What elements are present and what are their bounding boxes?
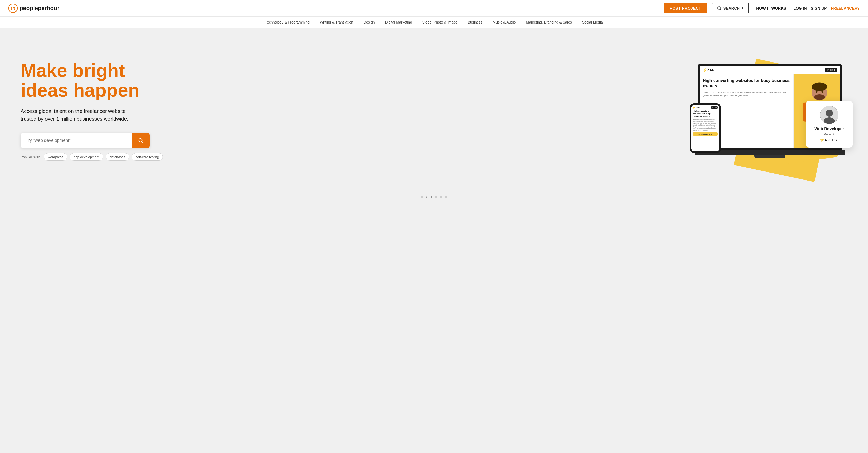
- search-input[interactable]: [21, 133, 132, 148]
- signup-button[interactable]: SIGN UP: [811, 6, 827, 10]
- popular-skills: Popular skills: wordpress php developmen…: [21, 153, 165, 161]
- laptop-desc: manage and optimise websites for busy bu…: [703, 91, 790, 97]
- phone-pricing: Pricing: [711, 107, 718, 109]
- phone-desc: We create, update, host, manage and opti…: [693, 119, 718, 131]
- skill-databases[interactable]: databases: [106, 153, 129, 161]
- avatar-image: [820, 106, 838, 124]
- laptop-pricing: Pricing: [825, 68, 837, 72]
- login-button[interactable]: LOG IN: [794, 6, 807, 10]
- nav-item-marketing[interactable]: Marketing, Branding & Sales: [526, 20, 571, 24]
- category-nav: Technology & Programming Writing & Trans…: [0, 17, 868, 28]
- svg-point-0: [8, 4, 17, 13]
- logo-icon: [8, 4, 18, 13]
- search-box: [21, 133, 150, 148]
- search-submit-icon: [138, 138, 144, 143]
- svg-point-18: [826, 110, 833, 117]
- star-icon: ★: [820, 138, 824, 143]
- post-project-button[interactable]: POST PROJECT: [663, 3, 707, 13]
- nav-item-video[interactable]: Video, Photo & Image: [423, 20, 458, 24]
- profile-role: Web Developer: [812, 126, 846, 131]
- how-it-works-link[interactable]: HOW IT WORKS: [753, 6, 789, 10]
- carousel-dot-4[interactable]: [440, 195, 442, 198]
- search-submit-button[interactable]: [132, 133, 150, 148]
- avatar: [820, 106, 838, 124]
- svg-point-2: [13, 7, 15, 8]
- profile-name: Pete B.: [812, 132, 846, 136]
- search-icon: [717, 6, 721, 10]
- hero-section: Make bright ideas happen Access global t…: [0, 28, 868, 188]
- carousel-dot-2[interactable]: [426, 195, 432, 198]
- laptop-logo: ⚡ZAP: [703, 68, 714, 72]
- logo-text: peopleperhour: [20, 5, 59, 11]
- svg-point-1: [11, 7, 12, 8]
- nav-item-digital-marketing[interactable]: Digital Marketing: [385, 20, 412, 24]
- phone-cta[interactable]: Book a 15min chat: [693, 132, 718, 135]
- phone-logo: ⚡ZAP: [693, 107, 700, 109]
- svg-point-5: [139, 139, 142, 142]
- nav-item-social[interactable]: Social Media: [582, 20, 603, 24]
- nav-item-business[interactable]: Business: [468, 20, 483, 24]
- svg-line-6: [142, 142, 143, 143]
- svg-point-13: [814, 94, 825, 100]
- svg-point-14: [815, 91, 817, 93]
- phone-mockup: ⚡ZAP Pricing High-converting websites fo…: [690, 103, 721, 153]
- hero-title: Make bright ideas happen: [21, 61, 165, 100]
- skill-php[interactable]: php development: [70, 153, 103, 161]
- hero-subtitle: Access global talent on the freelancer w…: [21, 107, 140, 123]
- skill-wordpress[interactable]: wordpress: [44, 153, 67, 161]
- laptop-screen-header: ⚡ZAP Pricing: [700, 66, 840, 74]
- hero-left: Make bright ideas happen Access global t…: [21, 61, 165, 161]
- nav-item-writing[interactable]: Writing & Translation: [320, 20, 353, 24]
- header: peopleperhour POST PROJECT SEARCH ▾ HOW …: [0, 0, 868, 17]
- svg-point-12: [812, 83, 827, 91]
- phone-title: High-converting websites for busy busine…: [693, 110, 718, 118]
- carousel-dot-3[interactable]: [435, 195, 437, 198]
- profile-rating: ★ 4.9 (167): [812, 138, 846, 143]
- nav-item-tech[interactable]: Technology & Programming: [265, 20, 310, 24]
- carousel-dots: [0, 195, 868, 198]
- phone-screen: ⚡ZAP Pricing High-converting websites fo…: [691, 105, 719, 151]
- phone-header: ⚡ZAP Pricing: [693, 107, 718, 109]
- logo[interactable]: peopleperhour: [8, 4, 59, 13]
- skill-software-testing[interactable]: software testing: [132, 153, 163, 161]
- nav-item-music[interactable]: Music & Audio: [493, 20, 516, 24]
- svg-point-15: [821, 91, 823, 93]
- popular-label: Popular skills:: [21, 155, 41, 159]
- svg-line-4: [720, 9, 721, 10]
- chevron-down-icon: ▾: [742, 6, 743, 10]
- header-right: POST PROJECT SEARCH ▾ HOW IT WORKS LOG I…: [663, 3, 860, 13]
- carousel-dot-5[interactable]: [445, 195, 447, 198]
- phone-frame: ⚡ZAP Pricing High-converting websites fo…: [690, 103, 721, 153]
- freelancer-link[interactable]: FREELANCER?: [831, 6, 860, 10]
- nav-item-design[interactable]: Design: [364, 20, 375, 24]
- carousel-dot-1[interactable]: [421, 195, 423, 198]
- profile-card: Web Developer Pete B. ★ 4.9 (167): [806, 101, 852, 148]
- laptop-stand: [754, 155, 785, 158]
- search-button[interactable]: SEARCH ▾: [712, 3, 749, 13]
- hero-right: ⚡ZAP Pricing High-converting websites fo…: [417, 63, 847, 158]
- laptop-main-title: High-converting websites for busy busine…: [703, 78, 790, 89]
